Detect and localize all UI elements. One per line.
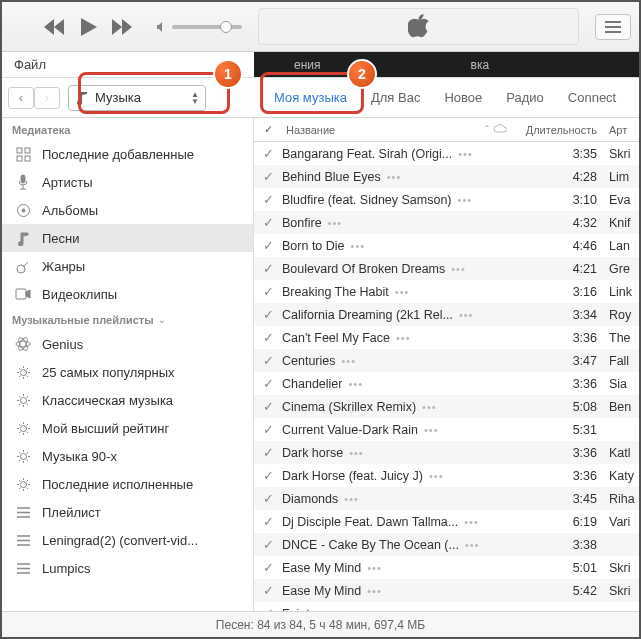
sidebar-item[interactable]: Артисты xyxy=(2,168,253,196)
track-row[interactable]: ✓Dj Disciple Feat. Dawn Tallma...•••6:19… xyxy=(254,510,639,533)
more-icon[interactable]: ••• xyxy=(458,194,473,206)
track-row[interactable]: ✓Diamonds•••3:45Riha xyxy=(254,487,639,510)
nav-forward-button[interactable]: › xyxy=(34,87,60,109)
sidebar-item[interactable]: Leningrad(2) (convert-vid... xyxy=(2,526,253,554)
track-check-icon: ✓ xyxy=(254,560,282,575)
more-icon[interactable]: ••• xyxy=(458,148,473,160)
track-row[interactable]: ✓Cinema (Skrillex Remix)•••5:08Ben xyxy=(254,395,639,418)
sidebar-item[interactable]: Песни xyxy=(2,224,253,252)
track-row[interactable]: ✓Bangarang Feat. Sirah (Origi...•••3:35S… xyxy=(254,142,639,165)
track-row[interactable]: ✓Boulevard Of Broken Dreams•••4:21Gre xyxy=(254,257,639,280)
atom-icon xyxy=(14,336,32,352)
sidebar-item[interactable]: Lumpics xyxy=(2,554,253,582)
nav-back-button[interactable]: ‹ xyxy=(8,87,34,109)
more-icon[interactable]: ••• xyxy=(342,355,357,367)
more-icon[interactable]: ••• xyxy=(459,309,474,321)
track-row[interactable]: ✓Ease My Mind•••5:01Skri xyxy=(254,556,639,579)
track-check-icon: ✓ xyxy=(254,468,282,483)
tracks-pane: ✓ Название ˆ Длительность Арт ✓Bangarang… xyxy=(254,118,639,611)
track-artist: Riha xyxy=(605,492,639,506)
more-icon[interactable]: ••• xyxy=(424,424,439,436)
tracks-header[interactable]: ✓ Название ˆ Длительность Арт xyxy=(254,118,639,142)
more-icon[interactable]: ••• xyxy=(387,171,402,183)
more-icon[interactable]: ••• xyxy=(367,585,382,597)
track-row[interactable]: ✓Chandelier•••3:36Sia xyxy=(254,372,639,395)
track-duration: 3:10 xyxy=(515,193,605,207)
track-artist: Vari xyxy=(605,515,639,529)
more-icon[interactable]: ••• xyxy=(348,378,363,390)
track-row[interactable]: ✓Centuries•••3:47Fall xyxy=(254,349,639,372)
gear-icon xyxy=(14,449,32,464)
more-icon[interactable]: ••• xyxy=(451,263,466,275)
menu-file[interactable]: Файл xyxy=(2,57,58,72)
more-icon[interactable]: ••• xyxy=(395,286,410,298)
track-row[interactable]: ✓Behind Blue Eyes•••4:28Lim xyxy=(254,165,639,188)
track-row[interactable]: ✓Bludfire (feat. Sidney Samson)•••3:10Ev… xyxy=(254,188,639,211)
column-checkmark[interactable]: ✓ xyxy=(254,123,282,136)
guitar-icon xyxy=(14,259,32,274)
sidebar-item-label: Lumpics xyxy=(42,561,90,576)
sidebar-item[interactable]: Мой высший рейтинг xyxy=(2,414,253,442)
track-row[interactable]: ✓Dark horse•••3:36Katl xyxy=(254,441,639,464)
column-artist[interactable]: Арт xyxy=(605,124,639,136)
sidebar-item[interactable]: Видеоклипы xyxy=(2,280,253,308)
sidebar-item[interactable]: Последние исполненные xyxy=(2,470,253,498)
track-check-icon: ✓ xyxy=(254,537,282,552)
track-check-icon: ✓ xyxy=(254,491,282,506)
more-icon[interactable]: ••• xyxy=(464,516,479,528)
sidebar-item[interactable]: Genius xyxy=(2,330,253,358)
menu-fragment-right: вка xyxy=(471,58,490,72)
more-icon[interactable]: ••• xyxy=(396,332,411,344)
list-icon xyxy=(605,21,621,33)
sidebar-item[interactable]: Жанры xyxy=(2,252,253,280)
track-artist: Gre xyxy=(605,262,639,276)
more-icon[interactable]: ••• xyxy=(367,562,382,574)
track-row[interactable]: ✓Can't Feel My Face•••3:36The xyxy=(254,326,639,349)
tab-1[interactable]: Для Вас xyxy=(359,78,432,117)
tab-3[interactable]: Радио xyxy=(494,78,556,117)
track-row[interactable]: ✓Current Value-Dark Rain•••5:31 xyxy=(254,418,639,441)
grid-icon xyxy=(14,147,32,162)
tab-4[interactable]: Connect xyxy=(556,78,628,117)
column-duration[interactable]: Длительность xyxy=(515,124,605,136)
sidebar-item[interactable]: Альбомы xyxy=(2,196,253,224)
column-name[interactable]: Название ˆ xyxy=(282,124,493,136)
sidebar-item[interactable]: Классическая музыка xyxy=(2,386,253,414)
more-icon[interactable]: ••• xyxy=(328,217,343,229)
volume-control[interactable] xyxy=(156,21,242,33)
media-type-selector[interactable]: Музыка ▲▼ xyxy=(68,85,206,111)
play-button[interactable] xyxy=(74,13,102,41)
track-row[interactable]: ✓California Dreaming (2k1 Rel...•••3:34R… xyxy=(254,303,639,326)
svg-point-9 xyxy=(16,341,30,347)
track-duration: 4:46 xyxy=(515,239,605,253)
volume-slider[interactable] xyxy=(172,25,242,29)
more-icon[interactable]: ••• xyxy=(429,470,444,482)
next-track-button[interactable] xyxy=(108,13,136,41)
list-view-button[interactable] xyxy=(595,14,631,40)
sidebar-item-label: Последние добавленные xyxy=(42,147,194,162)
sidebar-playlists-header[interactable]: Музыкальные плейлисты⌄ xyxy=(2,308,253,330)
more-icon[interactable]: ••• xyxy=(349,447,364,459)
prev-track-button[interactable] xyxy=(40,13,68,41)
track-row[interactable]: ✓Faint••• xyxy=(254,602,639,611)
track-row[interactable]: ✓Ease My Mind•••5:42Skri xyxy=(254,579,639,602)
sidebar-item[interactable]: Музыка 90-х xyxy=(2,442,253,470)
column-cloud-icon[interactable] xyxy=(493,124,515,136)
track-row[interactable]: ✓Bonfire•••4:32Knif xyxy=(254,211,639,234)
track-row[interactable]: ✓Breaking The Habit•••3:16Link xyxy=(254,280,639,303)
track-row[interactable]: ✓Born to Die•••4:46Lan xyxy=(254,234,639,257)
tab-2[interactable]: Новое xyxy=(432,78,494,117)
svg-point-12 xyxy=(20,369,26,375)
sidebar-item-label: Плейлист xyxy=(42,505,101,520)
more-icon[interactable]: ••• xyxy=(422,401,437,413)
sidebar-item[interactable]: Плейлист xyxy=(2,498,253,526)
track-name: Dark horse••• xyxy=(282,446,515,460)
more-icon[interactable]: ••• xyxy=(465,539,480,551)
track-row[interactable]: ✓DNCE - Cake By The Ocean (...•••3:38 xyxy=(254,533,639,556)
more-icon[interactable]: ••• xyxy=(351,240,366,252)
sidebar-item[interactable]: 25 самых популярных xyxy=(2,358,253,386)
sidebar-item[interactable]: Последние добавленные xyxy=(2,140,253,168)
more-icon[interactable]: ••• xyxy=(344,493,359,505)
tab-0[interactable]: Моя музыка xyxy=(262,78,359,117)
track-row[interactable]: ✓Dark Horse (feat. Juicy J)•••3:36Katy xyxy=(254,464,639,487)
